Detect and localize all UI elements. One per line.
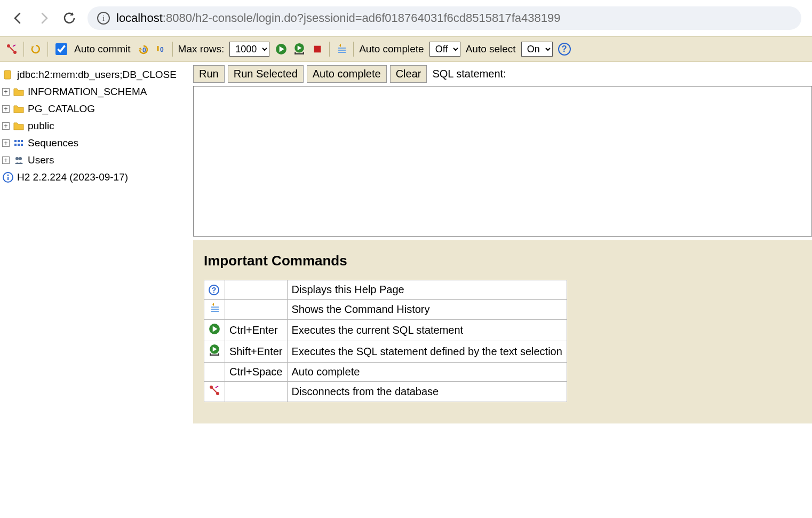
expand-icon[interactable]: +: [2, 122, 10, 130]
commands-table: ?Displays this Help PageShows the Comman…: [204, 280, 567, 402]
url-rest: :8080/h2-console/login.do?jsessionid=ad6…: [163, 11, 561, 25]
auto-commit-label: Auto commit: [74, 43, 131, 55]
h2-toolbar: Auto commit Max rows: 1000 Auto complete…: [0, 36, 812, 62]
users-icon: [13, 155, 25, 165]
tree-item-label: public: [28, 120, 54, 132]
tree-item[interactable]: +Users: [2, 152, 191, 169]
command-icon-cell: [204, 320, 225, 341]
run-button[interactable]: Run: [193, 65, 225, 83]
run-selected-button[interactable]: Run Selected: [228, 65, 304, 83]
tree-item-label: Users: [28, 154, 54, 166]
folder-icon: [13, 121, 25, 131]
tree-item[interactable]: +public: [2, 117, 191, 135]
separator: [353, 42, 354, 57]
auto-commit-checkbox[interactable]: [55, 43, 67, 55]
disconnect-icon: [209, 386, 220, 398]
stop-icon[interactable]: [311, 43, 324, 56]
sequences-icon: [13, 138, 25, 148]
command-icon-cell: [204, 363, 225, 382]
sql-panel: Run Run Selected Auto complete Clear SQL…: [193, 62, 812, 423]
command-shortcut: Ctrl+Space: [225, 363, 288, 382]
command-row: Disconnects from the database: [204, 382, 567, 402]
db-url-text: jdbc:h2:mem:db_users;DB_CLOSE: [17, 69, 177, 81]
command-row: Shows the Command History: [204, 300, 567, 320]
sql-input[interactable]: [193, 86, 812, 237]
tree-item[interactable]: +INFORMATION_SCHEMA: [2, 83, 191, 100]
folder-icon: [13, 104, 25, 114]
command-shortcut: Shift+Enter: [225, 341, 288, 363]
expand-icon[interactable]: +: [2, 105, 10, 113]
autocomplete-button[interactable]: Auto complete: [307, 65, 387, 83]
command-icon-cell: [204, 300, 225, 320]
tree-item-label: INFORMATION_SCHEMA: [28, 86, 147, 98]
separator: [47, 42, 48, 57]
sql-button-row: Run Run Selected Auto complete Clear SQL…: [193, 62, 812, 86]
results-area: Important Commands ?Displays this Help P…: [193, 240, 812, 423]
auto-complete-label: Auto complete: [359, 43, 424, 55]
url-bar[interactable]: i localhost:8080/h2-console/login.do?jse…: [87, 6, 801, 30]
commit-icon[interactable]: [154, 43, 167, 56]
command-row: Ctrl+EnterExecutes the current SQL state…: [204, 320, 567, 341]
separator: [172, 42, 173, 57]
command-row: Shift+EnterExecutes the SQL statement de…: [204, 341, 567, 363]
sql-statement-label: SQL statement:: [432, 68, 506, 80]
url-text: localhost:8080/h2-console/login.do?jsess…: [116, 11, 560, 25]
expand-icon[interactable]: +: [2, 156, 10, 164]
db-url-row[interactable]: jdbc:h2:mem:db_users;DB_CLOSE: [2, 66, 191, 83]
command-description: Disconnects from the database: [287, 382, 567, 402]
tree-item[interactable]: +Sequences: [2, 135, 191, 152]
help-icon: ?: [209, 285, 220, 295]
expand-icon[interactable]: +: [2, 88, 10, 96]
info-icon: [2, 172, 14, 182]
auto-select-label: Auto select: [466, 43, 516, 55]
browser-bar: i localhost:8080/h2-console/login.do?jse…: [0, 0, 812, 36]
auto-complete-select[interactable]: Off: [429, 42, 460, 57]
command-shortcut: [225, 280, 288, 300]
command-description: Executes the current SQL statement: [287, 320, 567, 341]
max-rows-label: Max rows:: [178, 43, 225, 55]
version-text: H2 2.2.224 (2023-09-17): [17, 171, 128, 183]
expand-icon[interactable]: +: [2, 139, 10, 147]
url-host: localhost: [116, 11, 163, 25]
command-icon-cell: [204, 341, 225, 363]
sidebar-tree: jdbc:h2:mem:db_users;DB_CLOSE +INFORMATI…: [0, 62, 193, 423]
command-row: ?Displays this Help Page: [204, 280, 567, 300]
database-icon: [2, 70, 14, 80]
separator: [329, 42, 330, 57]
site-info-icon[interactable]: i: [97, 12, 110, 25]
command-shortcut: Ctrl+Enter: [225, 320, 288, 341]
folder-icon: [13, 87, 25, 97]
command-icon-cell: ?: [204, 280, 225, 300]
run-selected-icon: [209, 347, 220, 358]
help-heading: Important Commands: [204, 253, 801, 269]
command-description: Executes the SQL statement defined by th…: [287, 341, 567, 363]
command-description: Shows the Command History: [287, 300, 567, 320]
run-icon[interactable]: [275, 43, 288, 56]
back-button[interactable]: [11, 11, 26, 26]
history-icon[interactable]: [335, 43, 348, 56]
tree-item-label: Sequences: [28, 137, 78, 149]
version-row: H2 2.2.224 (2023-09-17): [2, 169, 191, 186]
help-icon[interactable]: ?: [558, 43, 571, 56]
disconnect-icon[interactable]: [5, 43, 18, 56]
command-shortcut: [225, 300, 288, 320]
command-description: Displays this Help Page: [287, 280, 567, 300]
command-icon-cell: [204, 382, 225, 402]
max-rows-select[interactable]: 1000: [229, 42, 269, 57]
run-selected-icon[interactable]: [293, 43, 306, 56]
refresh-icon[interactable]: [29, 43, 42, 56]
tree-item[interactable]: +PG_CATALOG: [2, 100, 191, 117]
command-row: Ctrl+SpaceAuto complete: [204, 363, 567, 382]
command-shortcut: [225, 382, 288, 402]
command-description: Auto complete: [287, 363, 567, 382]
separator: [23, 42, 24, 57]
history-icon: [209, 304, 220, 316]
rollback-icon[interactable]: [136, 43, 149, 56]
run-icon: [209, 325, 220, 337]
reload-button[interactable]: [62, 11, 77, 26]
tree-item-label: PG_CATALOG: [28, 103, 95, 115]
auto-select-select[interactable]: On: [521, 42, 553, 57]
forward-button[interactable]: [36, 11, 51, 26]
clear-button[interactable]: Clear: [390, 65, 427, 83]
